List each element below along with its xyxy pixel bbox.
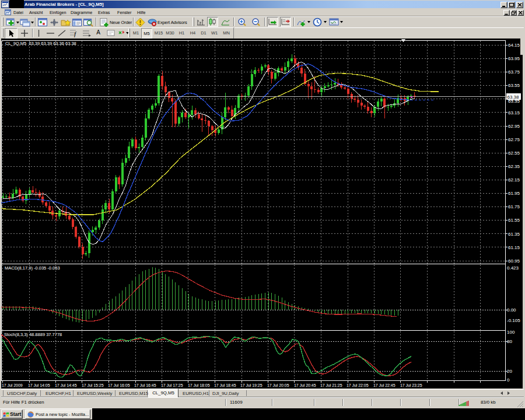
svg-text:17 Jul 20:45: 17 Jul 20:45: [294, 383, 316, 387]
svg-text:17 Jul 18:45: 17 Jul 18:45: [214, 383, 236, 387]
svg-text:63.15: 63.15: [508, 110, 520, 116]
svg-text:62.15: 62.15: [508, 177, 520, 183]
svg-text:63.55: 63.55: [508, 83, 520, 88]
svg-text:63.75: 63.75: [508, 69, 520, 75]
svg-text:63.95: 63.95: [508, 56, 520, 61]
svg-text:17 Jul 23:25: 17 Jul 23:25: [400, 383, 422, 387]
svg-text:62.75: 62.75: [508, 137, 520, 142]
svg-text:17 Jul 14:05: 17 Jul 14:05: [28, 383, 50, 387]
svg-text:17 Jul 2009: 17 Jul 2009: [2, 383, 23, 387]
svg-text:17 Jul 18:05: 17 Jul 18:05: [188, 383, 210, 387]
svg-text:61.55: 61.55: [508, 218, 520, 223]
svg-text:17 Jul 16:05: 17 Jul 16:05: [108, 383, 130, 387]
svg-text:61.95: 61.95: [508, 191, 520, 196]
svg-text:17 Jul 21:25: 17 Jul 21:25: [320, 383, 342, 387]
svg-text:62.95: 62.95: [508, 124, 520, 129]
svg-text:0: 0: [507, 377, 510, 383]
svg-text:61.35: 61.35: [508, 232, 520, 237]
svg-text:61.15: 61.15: [508, 245, 520, 250]
svg-text:17 Jul 15:25: 17 Jul 15:25: [82, 383, 104, 387]
svg-text:20: 20: [507, 369, 512, 374]
svg-text:100: 100: [507, 330, 515, 335]
svg-text:64.15: 64.15: [508, 43, 520, 48]
svg-text:61.75: 61.75: [508, 204, 520, 209]
svg-text:17 Jul 16:45: 17 Jul 16:45: [134, 383, 156, 387]
svg-text:17 Jul 17:25: 17 Jul 17:25: [161, 383, 183, 387]
svg-text:CL_9Q,M5 63.39 63.39 63.36 63: CL_9Q,M5 63.39 63.39 63.36 63.38: [5, 41, 76, 46]
svg-text:80: 80: [507, 339, 512, 344]
svg-text:17 Jul 19:25: 17 Jul 19:25: [240, 383, 262, 387]
svg-text:62.35: 62.35: [508, 164, 520, 169]
svg-text:Stoch(8,3,3) 48.8889 37.7778: Stoch(8,3,3) 48.8889 37.7778: [4, 332, 62, 337]
svg-text:-0.105: -0.105: [507, 318, 520, 323]
svg-text:17 Jul 20:05: 17 Jul 20:05: [267, 383, 289, 387]
svg-text:63.35: 63.35: [508, 99, 520, 104]
svg-text:17 Jul 22:05: 17 Jul 22:05: [346, 383, 369, 387]
svg-text:0.00: 0.00: [507, 307, 516, 313]
svg-text:60.95: 60.95: [508, 258, 520, 264]
svg-text:17 Jul 14:45: 17 Jul 14:45: [55, 383, 77, 387]
svg-text:MACD(8,17,9) -0.035 -0.053: MACD(8,17,9) -0.035 -0.053: [5, 265, 60, 271]
svg-text:0.423: 0.423: [507, 265, 519, 271]
svg-text:17 Jul 22:45: 17 Jul 22:45: [373, 383, 396, 387]
svg-text:62.55: 62.55: [508, 150, 520, 156]
